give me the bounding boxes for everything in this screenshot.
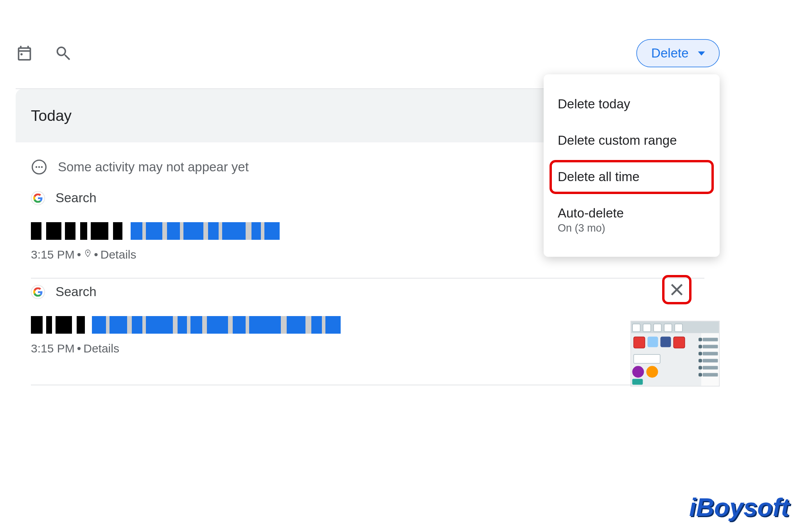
- menu-item-delete-all-time[interactable]: Delete all time: [544, 159, 720, 195]
- activity-time: 3:15 PM: [31, 342, 75, 356]
- delete-dropdown-menu: Delete today Delete custom range Delete …: [544, 74, 720, 257]
- top-bar: Delete Delete today Delete custom range …: [16, 39, 720, 88]
- google-icon: [31, 191, 45, 205]
- svg-point-2: [38, 166, 40, 168]
- activity-thumbnail: [630, 321, 720, 386]
- svg-point-1: [36, 166, 38, 168]
- activity-title-redacted: [31, 316, 704, 334]
- annotation-highlight: [662, 275, 691, 304]
- activity-source-row: Search: [16, 279, 720, 306]
- delete-activity-button[interactable]: [666, 279, 688, 301]
- auto-delete-subtext: On (3 mo): [558, 222, 706, 235]
- activity-item: Search: [16, 279, 720, 372]
- calendar-icon[interactable]: [16, 45, 33, 62]
- top-left-toolbar: [16, 45, 72, 62]
- divider: [31, 385, 704, 386]
- more-horiz-icon: [31, 159, 47, 175]
- watermark-logo: iBoysoft: [689, 493, 789, 522]
- delete-button-label: Delete: [651, 46, 688, 61]
- menu-item-delete-today[interactable]: Delete today: [544, 86, 720, 122]
- activity-source-label: Search: [56, 191, 97, 206]
- location-pin-icon: [83, 248, 92, 262]
- activity-pending-text: Some activity may not appear yet: [58, 160, 249, 175]
- svg-point-4: [87, 252, 88, 253]
- chevron-down-icon: [698, 51, 705, 56]
- menu-item-delete-custom-range[interactable]: Delete custom range: [544, 122, 720, 159]
- search-icon[interactable]: [54, 45, 72, 62]
- activity-meta: 3:15 PM • Details: [16, 342, 720, 372]
- activity-details-link[interactable]: Details: [101, 248, 136, 262]
- activity-time: 3:15 PM: [31, 248, 75, 262]
- google-icon: [31, 285, 45, 299]
- delete-dropdown-button[interactable]: Delete: [637, 39, 720, 67]
- activity-source-label: Search: [56, 284, 97, 300]
- row-right-controls: [630, 275, 720, 386]
- svg-point-3: [41, 166, 43, 168]
- menu-item-auto-delete[interactable]: Auto-delete On (3 mo): [544, 195, 720, 245]
- activity-details-link[interactable]: Details: [83, 342, 119, 356]
